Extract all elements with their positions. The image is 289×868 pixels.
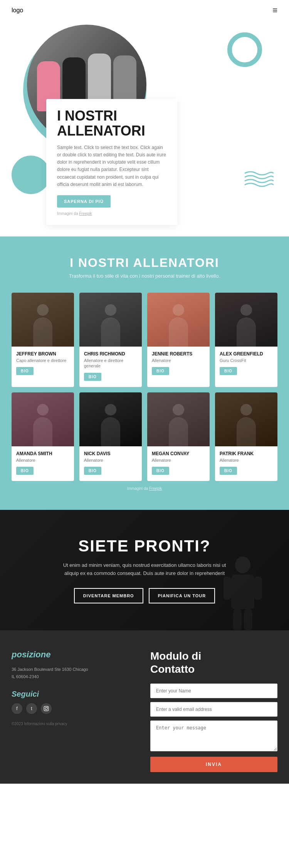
svg-point-7 (45, 707, 47, 710)
cta-description: Ut enim ad minim veniam, quis nostrud ex… (60, 561, 229, 578)
trainer-silhouette-8 (235, 404, 258, 446)
nav-logo: logo (12, 7, 23, 14)
navbar: logo ≡ (0, 0, 289, 21)
contact-message-input[interactable] (150, 721, 277, 751)
trainer-name-4: ALEX GREENFIELD (220, 351, 273, 357)
trainer-bio-btn-2[interactable]: BIO (84, 373, 101, 381)
trainers-freepik-link[interactable]: Freepik (149, 486, 162, 491)
trainer-name-5: AMANDA SMITH (16, 451, 69, 456)
trainer-silhouette-7 (167, 404, 190, 446)
social-instagram-icon[interactable] (41, 703, 52, 714)
cta-section: SIETE PRONTI? Ut enim ad minim veniam, q… (0, 510, 289, 631)
social-facebook-icon[interactable]: f (12, 703, 22, 714)
trainer-card-6: NICK DAVIS Allenatore BIO (79, 392, 142, 481)
cta-content: SIETE PRONTI? Ut enim ad minim veniam, q… (12, 537, 277, 604)
trainers-subtitle: Trasforma il tuo stile di vita con i nos… (12, 273, 277, 279)
hero-description: Sample text. Click to select the text bo… (57, 144, 166, 188)
footer-right: Modulo di Contatto INVIA (150, 650, 277, 772)
trainer-bio-btn-1[interactable]: BIO (16, 367, 34, 375)
hero-cta-button[interactable]: SAPERNA DI PIÙ (57, 195, 111, 208)
trainers-grid-row2: AMANDA SMITH Allenatore BIO NICK DAVIS A… (12, 392, 277, 481)
trainer-bio-btn-4[interactable]: BIO (220, 367, 237, 375)
cta-become-member-button[interactable]: DIVENTARE MEMBRO (74, 588, 143, 603)
svg-point-8 (47, 707, 48, 708)
cta-plan-tour-button[interactable]: PIANIFICA UN TOUR (149, 588, 215, 603)
trainer-silhouette-1 (31, 304, 54, 347)
trainer-role-6: Allenatore (84, 457, 137, 463)
trainer-role-1: Capo allenatore e direttore (16, 358, 69, 363)
contact-submit-button[interactable]: INVIA (150, 757, 277, 772)
hero-freepik-link[interactable]: Freepik (79, 211, 92, 216)
trainer-silhouette-4 (235, 304, 258, 347)
trainer-info-8: PATRIK FRANK Allenatore BIO (215, 446, 277, 475)
contact-email-input[interactable] (150, 702, 277, 717)
trainers-section: I NOSTRI ALLENATORI Trasforma il tuo sti… (0, 236, 289, 510)
contact-name-input[interactable] (150, 684, 277, 698)
hero-card: I NOSTRI ALLENATORI Sample text. Click t… (46, 99, 177, 225)
trainer-bio-btn-6[interactable]: BIO (84, 467, 101, 475)
svg-rect-5 (244, 609, 252, 630)
trainer-photo-7 (147, 392, 210, 446)
trainer-name-8: PATRIK FRANK (220, 451, 273, 456)
trainer-photo-5 (12, 392, 74, 446)
trainer-card-5: AMANDA SMITH Allenatore BIO (12, 392, 74, 481)
trainer-card-3: JENNIE ROBERTS Allenatore BIO (147, 293, 210, 387)
footer-left: posizione 36 Jackson Boulevard Ste 1630 … (12, 650, 139, 772)
hero-section: I NOSTRI ALLENATORI Sample text. Click t… (0, 21, 289, 236)
trainer-info-2: CHRIS RICHMOND Allenatore e direttore ge… (79, 347, 142, 381)
trainer-card-1: Jeffrey Brown Capo allenatore e direttor… (12, 293, 74, 387)
trainer-silhouette-3 (167, 304, 190, 347)
footer: posizione 36 Jackson Boulevard Ste 1630 … (0, 630, 289, 783)
trainer-name-3: JENNIE ROBERTS (152, 351, 205, 357)
contact-form: INVIA (150, 684, 277, 772)
trainers-title: I NOSTRI ALLENATORI (12, 256, 277, 270)
cta-title: SIETE PRONTI? (12, 537, 277, 555)
trainer-silhouette-2 (99, 304, 122, 347)
trainer-card-7: MEGAN CONVAY Allenatore BIO (147, 392, 210, 481)
hero-freepik: Immagini da Freepik (57, 211, 166, 216)
footer-follow-title: Seguici (12, 690, 139, 699)
trainer-bio-btn-3[interactable]: BIO (152, 367, 169, 375)
trainer-name-6: NICK DAVIS (84, 451, 137, 456)
trainer-info-1: Jeffrey Brown Capo allenatore e direttor… (12, 347, 74, 375)
trainer-photo-1 (12, 293, 74, 347)
trainers-freepik: Immagini da Freepik (12, 486, 277, 491)
trainer-name-2: CHRIS RICHMOND (84, 351, 137, 357)
footer-location-title: posizione (12, 650, 139, 660)
cta-buttons: DIVENTARE MEMBRO PIANIFICA UN TOUR (12, 588, 277, 603)
trainer-card-8: PATRIK FRANK Allenatore BIO (215, 392, 277, 481)
trainer-role-5: Allenatore (16, 457, 69, 463)
trainer-info-7: MEGAN CONVAY Allenatore BIO (147, 446, 210, 475)
trainer-photo-6 (79, 392, 142, 446)
trainer-role-2: Allenatore e direttore generale (84, 358, 137, 369)
trainer-photo-2 (79, 293, 142, 347)
footer-address: 36 Jackson Boulevard Ste 1630 Chicago IL… (12, 666, 139, 680)
trainer-photo-4 (215, 293, 277, 347)
trainer-name-1: Jeffrey Brown (16, 351, 69, 357)
footer-social: f t (12, 703, 139, 714)
trainer-card-2: CHRIS RICHMOND Allenatore e direttore ge… (79, 293, 142, 387)
trainer-role-4: Guru CrossFit (220, 358, 273, 363)
hero-decoration-waves (243, 169, 274, 190)
trainer-silhouette-6 (99, 404, 122, 446)
trainer-photo-3 (147, 293, 210, 347)
hero-title: I NOSTRI ALLENATORI (57, 108, 166, 139)
svg-rect-6 (44, 706, 49, 711)
hero-decoration-circle-small (12, 156, 50, 194)
trainer-silhouette-5 (31, 404, 54, 446)
trainer-bio-btn-7[interactable]: BIO (152, 467, 169, 475)
trainer-card-4: ALEX GREENFIELD Guru CrossFit BIO (215, 293, 277, 387)
svg-rect-4 (233, 609, 242, 630)
trainers-grid-row1: Jeffrey Brown Capo allenatore e direttor… (12, 293, 277, 387)
trainer-role-3: Allenatore (152, 358, 205, 363)
trainer-bio-btn-8[interactable]: BIO (220, 467, 237, 475)
trainer-info-5: AMANDA SMITH Allenatore BIO (12, 446, 74, 475)
social-twitter-icon[interactable]: t (26, 703, 37, 714)
menu-icon[interactable]: ≡ (272, 5, 277, 15)
trainer-info-4: ALEX GREENFIELD Guru CrossFit BIO (215, 347, 277, 375)
trainer-info-3: JENNIE ROBERTS Allenatore BIO (147, 347, 210, 375)
trainer-info-6: NICK DAVIS Allenatore BIO (79, 446, 142, 475)
trainer-photo-8 (215, 392, 277, 446)
trainer-role-8: Allenatore (220, 457, 273, 463)
trainer-bio-btn-5[interactable]: BIO (16, 467, 34, 475)
